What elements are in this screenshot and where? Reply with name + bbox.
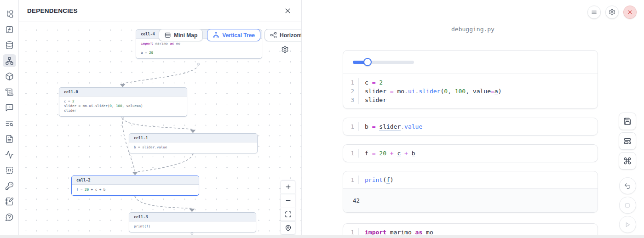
- notebook-cell-cell-1: 1b = slider.value: [343, 118, 598, 136]
- edge-cell-2-to-cell-3: [135, 196, 192, 208]
- save-button[interactable]: [619, 113, 636, 130]
- cell-editor[interactable]: 123c = 2slider = mo.ui.slider(0, 100, va…: [343, 74, 598, 108]
- minus-icon: [285, 197, 292, 204]
- menu-icon: [591, 9, 598, 16]
- view-button-mini-map[interactable]: Mini Map: [159, 29, 203, 41]
- layout-icon: [623, 137, 632, 145]
- graph-zoom-controls: [281, 180, 295, 235]
- sidebar-item-variables[interactable]: [3, 23, 16, 36]
- notebook-pen-icon: [5, 197, 14, 206]
- graph-node-code: f = 20 + c + b: [72, 185, 199, 195]
- graph-node-title: cell-1: [129, 134, 257, 142]
- view-button-horizontal-tree[interactable]: Horizontal Tree: [264, 29, 301, 41]
- tree-icon: [5, 10, 14, 18]
- graph-node-code: b = slider.value: [129, 142, 257, 153]
- help-circle-icon: [5, 213, 14, 221]
- network-icon: [5, 57, 14, 65]
- stop-button[interactable]: [619, 197, 636, 214]
- scroll-icon: [5, 88, 14, 96]
- notebook-cell-cell-2: 1f = 20 + c + b: [343, 144, 598, 162]
- play-icon: [624, 221, 631, 228]
- cell-editor[interactable]: 1print(f): [343, 171, 598, 188]
- dependencies-panel-header: DEPENDENCIES: [19, 0, 301, 22]
- zoom-in-button[interactable]: [281, 180, 295, 193]
- code-lines: c = 2slider = mo.ui.slider(0, 100, value…: [359, 78, 501, 104]
- line-numbers: 123: [343, 78, 359, 104]
- graph-node-title: cell-2: [72, 176, 199, 185]
- sidebar-item-snippets[interactable]: [3, 164, 16, 176]
- edge-arrowhead: [120, 84, 126, 87]
- view-button-vertical-tree[interactable]: Vertical Tree: [207, 29, 260, 41]
- sidebar-item-chat[interactable]: [3, 101, 16, 114]
- notebook-filename[interactable]: debugging.py: [302, 26, 644, 33]
- run-button[interactable]: [619, 216, 636, 233]
- view-button-label: Vertical Tree: [222, 32, 255, 39]
- fit-view-button[interactable]: [281, 208, 295, 221]
- sidebar-item-datasources[interactable]: [3, 39, 16, 51]
- slider-widget[interactable]: [353, 58, 414, 66]
- snippets-icon: [5, 166, 14, 175]
- notebook-cells: 123c = 2slider = mo.ui.slider(0, 100, va…: [343, 50, 598, 238]
- line-numbers: 1: [343, 176, 359, 184]
- sidebar-item-tracing[interactable]: [3, 148, 16, 161]
- graph-settings-button[interactable]: [281, 45, 289, 53]
- network-icon: [213, 32, 219, 39]
- line-numbers: 1: [343, 122, 359, 131]
- dependency-graph-canvas[interactable]: Mini MapVertical TreeHorizontal Tree cel…: [19, 22, 301, 238]
- edge-arrowhead: [190, 130, 196, 133]
- graph-node-code: print(f): [129, 221, 256, 232]
- graph-node-cell-2[interactable]: cell-2f = 20 + c + b: [71, 176, 199, 196]
- sidebar-item-documentation[interactable]: [3, 132, 16, 145]
- sidebar-item-help[interactable]: [3, 210, 16, 223]
- stop-icon: [624, 202, 631, 209]
- command-icon: [623, 157, 632, 165]
- shutdown-button[interactable]: [623, 6, 637, 19]
- edge-cell-1-to-cell-2: [137, 153, 193, 172]
- view-button-label: Mini Map: [174, 32, 197, 39]
- notebook-cell-cell-3: 1print(f)42: [343, 171, 598, 213]
- bottom-status-strip: [0, 235, 644, 238]
- sidebar-item-outline[interactable]: [3, 85, 16, 98]
- view-button-label: Horizontal Tree: [280, 32, 301, 39]
- box-icon: [5, 72, 14, 81]
- undo-icon: [624, 182, 631, 190]
- sidebar-item-dependencies[interactable]: [3, 54, 16, 67]
- cell-editor[interactable]: 1f = 20 + c + b: [343, 145, 598, 162]
- minimap-icon: [164, 32, 171, 39]
- sidebar-item-scratchpad[interactable]: [3, 195, 16, 208]
- node-handle: [197, 63, 200, 65]
- undo-button[interactable]: [619, 177, 636, 194]
- graph-node-cell-1[interactable]: cell-1b = slider.value: [129, 133, 258, 153]
- cell-output: 42: [343, 188, 598, 212]
- code-lines: f = 20 + c + b: [359, 149, 415, 158]
- cell-editor[interactable]: 1b = slider.value: [343, 118, 598, 135]
- settings-button[interactable]: [605, 6, 619, 19]
- plus-icon: [285, 183, 292, 190]
- keyboard-shortcuts-button[interactable]: [619, 152, 636, 170]
- notebook-menu-button[interactable]: [587, 6, 601, 19]
- graph-node-title: cell-3: [129, 213, 256, 221]
- cell-output: [343, 51, 598, 74]
- close-panel-button[interactable]: [282, 6, 293, 17]
- dependencies-panel: DEPENDENCIES Mini MapVertical TreeHorizo…: [19, 0, 302, 238]
- key-icon: [5, 181, 14, 190]
- edge-cell-4-to-cell-0: [123, 64, 199, 84]
- close-icon: [283, 6, 292, 15]
- slider-thumb[interactable]: [363, 58, 372, 66]
- graph-node-code: c = 2slider = mo.ui.slider(0, 100, value…: [59, 96, 187, 116]
- graph-view-toolbar: Mini MapVertical TreeHorizontal Tree: [159, 29, 301, 41]
- panel-icon-rail: [0, 0, 19, 238]
- zoom-out-button[interactable]: [281, 194, 295, 207]
- sidebar-item-file-explorer[interactable]: [3, 7, 16, 20]
- text-search-icon: [5, 119, 14, 128]
- graph-node-cell-0[interactable]: cell-0c = 2slider = mo.ui.slider(0, 100,…: [59, 87, 187, 117]
- app-window: DEPENDENCIES Mini MapVertical TreeHorizo…: [0, 0, 644, 238]
- graph-node-cell-3[interactable]: cell-3print(f): [129, 212, 256, 232]
- sidebar-item-logs-search[interactable]: [3, 117, 16, 130]
- scroll-to-cell-button[interactable]: [281, 221, 295, 235]
- chat-icon: [5, 103, 14, 112]
- layout-toggle-button[interactable]: [619, 132, 636, 150]
- sidebar-item-secrets[interactable]: [3, 179, 16, 192]
- line-numbers: 1: [343, 149, 359, 158]
- sidebar-item-packages[interactable]: [3, 70, 16, 83]
